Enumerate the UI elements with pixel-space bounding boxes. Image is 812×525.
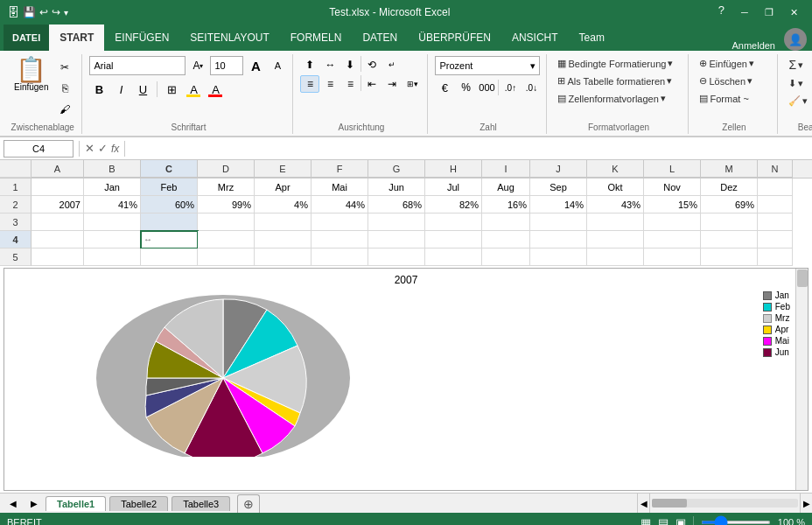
cut-button[interactable]: ✂ <box>55 58 74 77</box>
cell-J5[interactable] <box>530 248 587 266</box>
cell-F2[interactable]: 44% <box>312 196 368 214</box>
cell-D4[interactable] <box>198 231 255 248</box>
save-icon[interactable]: 💾 <box>23 6 36 18</box>
formula-input[interactable] <box>130 140 808 158</box>
cell-C3[interactable] <box>141 214 198 231</box>
cell-H4[interactable] <box>425 231 482 248</box>
cell-B4[interactable] <box>84 231 141 248</box>
font-size-A-small[interactable]: A <box>268 56 287 75</box>
conditional-formatting-button[interactable]: ▦ Bedingte Formatierung ▾ <box>554 56 676 71</box>
col-header-M[interactable]: M <box>701 160 758 178</box>
align-middle-button[interactable]: ↔ <box>320 56 340 74</box>
cell-F3[interactable] <box>312 214 368 231</box>
align-center-button[interactable]: ≡ <box>320 75 340 93</box>
sheet-tab-tabelle2[interactable]: Tabelle2 <box>109 496 168 511</box>
increase-indent-button[interactable]: ⇥ <box>382 75 402 93</box>
percent-button[interactable]: % <box>456 78 475 97</box>
cell-styles-button[interactable]: ▤ Zellenformatvorlagen ▾ <box>554 91 676 106</box>
layout-preview-button[interactable]: ▣ <box>676 516 686 526</box>
minimize-button[interactable]: ─ <box>733 4 756 21</box>
tab-datei[interactable]: DATEI <box>4 24 49 51</box>
cell-J3[interactable] <box>530 214 587 231</box>
cell-B1[interactable]: Jan <box>84 178 141 196</box>
cell-L4[interactable] <box>644 231 701 248</box>
col-header-H[interactable]: H <box>425 160 482 178</box>
cell-E2[interactable]: 4% <box>255 196 312 214</box>
insert-cells-button[interactable]: ⊕ Einfügen ▾ <box>696 56 757 71</box>
col-header-C[interactable]: C <box>141 160 198 178</box>
sheet-tab-tabelle3[interactable]: Tabelle3 <box>172 496 230 511</box>
cell-D1[interactable]: Mrz <box>198 178 255 196</box>
cell-D2[interactable]: 99% <box>198 196 255 214</box>
cell-B5[interactable] <box>84 248 141 266</box>
tab-ueberpruefen[interactable]: ÜBERPRÜFEN <box>408 24 501 51</box>
scroll-thumb[interactable] <box>652 499 687 508</box>
cell-C1[interactable]: Feb <box>141 178 198 196</box>
layout-page-button[interactable]: ▤ <box>658 516 668 526</box>
align-top-button[interactable]: ⬆ <box>300 56 319 74</box>
cell-M4[interactable] <box>701 231 758 248</box>
horizontal-scrollbar[interactable]: ◀ ▶ <box>637 494 812 513</box>
cell-E5[interactable] <box>255 248 312 266</box>
font-color-button[interactable]: A <box>206 80 225 99</box>
decrease-indent-button[interactable]: ⇤ <box>362 75 382 93</box>
cell-G2[interactable]: 68% <box>368 196 425 214</box>
col-header-L[interactable]: L <box>644 160 701 178</box>
layout-normal-button[interactable]: ▦ <box>640 516 651 526</box>
help-button[interactable]: ? <box>711 4 732 21</box>
col-header-I[interactable]: I <box>482 160 530 178</box>
decrease-decimal-button[interactable]: .0↓ <box>522 78 541 97</box>
cell-L3[interactable] <box>644 214 701 231</box>
tab-formeln[interactable]: FORMELN <box>280 24 353 51</box>
cell-K4[interactable] <box>587 231 644 248</box>
tab-seitenlayout[interactable]: SEITENLAYOUT <box>179 24 279 51</box>
format-painter-button[interactable]: 🖌 <box>55 100 74 119</box>
cell-H5[interactable] <box>425 248 482 266</box>
confirm-formula-icon[interactable]: ✓ <box>98 142 108 155</box>
cell-H3[interactable] <box>425 214 482 231</box>
align-right-button[interactable]: ≡ <box>340 75 360 93</box>
cell-I2[interactable]: 16% <box>482 196 530 214</box>
cell-G1[interactable]: Jun <box>368 178 425 196</box>
currency-button[interactable]: € <box>435 78 454 97</box>
cell-B2[interactable]: 41% <box>84 196 141 214</box>
cell-A5[interactable] <box>32 248 84 266</box>
italic-button[interactable]: I <box>111 80 130 99</box>
cell-M1[interactable]: Dez <box>701 178 758 196</box>
col-header-F[interactable]: F <box>312 160 368 178</box>
col-header-K[interactable]: K <box>587 160 644 178</box>
text-direction-button[interactable]: ⟲ <box>362 56 382 74</box>
cell-F1[interactable]: Mai <box>312 178 368 196</box>
col-header-G[interactable]: G <box>368 160 425 178</box>
col-header-D[interactable]: D <box>198 160 255 178</box>
redo-icon[interactable]: ↪ <box>52 6 60 18</box>
increase-decimal-button[interactable]: .0↑ <box>500 78 520 97</box>
fill-color-button[interactable]: A <box>184 80 203 99</box>
cell-I5[interactable] <box>482 248 530 266</box>
underline-button[interactable]: U <box>133 80 152 99</box>
col-header-E[interactable]: E <box>255 160 312 178</box>
cell-B3[interactable] <box>84 214 141 231</box>
cell-C2[interactable]: 60% <box>141 196 198 214</box>
cell-H2[interactable]: 82% <box>425 196 482 214</box>
cell-C4[interactable]: ↔ <box>141 231 198 248</box>
col-header-J[interactable]: J <box>530 160 587 178</box>
cell-G5[interactable] <box>368 248 425 266</box>
fill-button[interactable]: ⬇ ▾ <box>785 76 811 91</box>
cancel-formula-icon[interactable]: ✕ <box>85 142 94 155</box>
bold-button[interactable]: B <box>89 80 108 99</box>
border-button[interactable]: ⊞ <box>162 80 181 99</box>
clear-button[interactable]: 🧹 ▾ <box>785 94 811 108</box>
cell-M3[interactable] <box>701 214 758 231</box>
align-bottom-button[interactable]: ⬇ <box>340 56 360 74</box>
font-name-input[interactable] <box>89 56 186 75</box>
cell-K2[interactable]: 43% <box>587 196 644 214</box>
cell-E3[interactable] <box>255 214 312 231</box>
cell-I1[interactable]: Aug <box>482 178 530 196</box>
cell-reference-input[interactable] <box>4 140 74 158</box>
scroll-right-btn[interactable]: ▶ <box>800 494 812 513</box>
cell-J2[interactable]: 14% <box>530 196 587 214</box>
cell-D5[interactable] <box>198 248 255 266</box>
cell-L2[interactable]: 15% <box>644 196 701 214</box>
cell-N4[interactable] <box>758 231 793 248</box>
